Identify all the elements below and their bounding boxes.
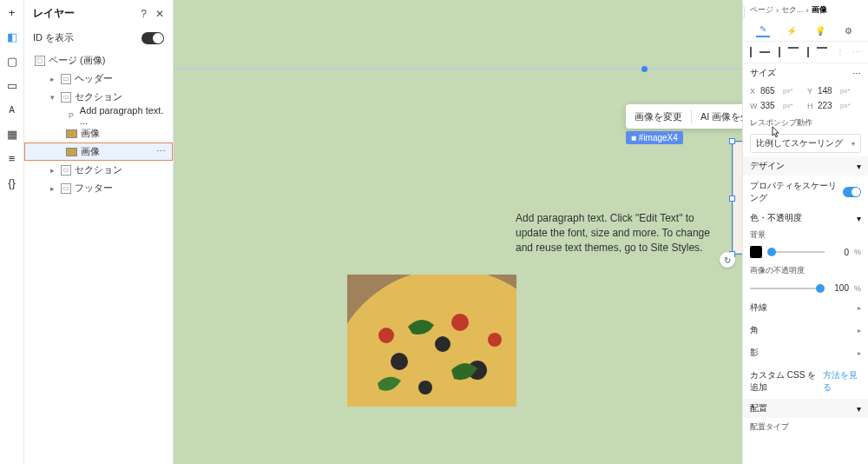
image-thumb-icon: [66, 129, 77, 138]
distribute-icon[interactable]: ⋮: [836, 47, 845, 57]
svg-point-11: [418, 381, 432, 394]
size-title: サイズ: [750, 67, 776, 79]
tree-root[interactable]: ▢ページ (画像): [24, 51, 173, 70]
align-controls: ⋮ ⋯: [743, 42, 868, 63]
align-left-icon[interactable]: [750, 47, 752, 57]
image-pizza[interactable]: [347, 275, 516, 407]
tree-image-2-selected[interactable]: 画像⋯: [24, 143, 173, 161]
svg-point-14: [488, 333, 502, 347]
align-top-icon[interactable]: [788, 47, 799, 49]
canvas[interactable]: 画像を変更 AI 画像を生成 ⚙ ↺ ◫ ⛶ 🔗 💬 ? ⋯ ■ #imageX…: [174, 0, 742, 464]
code-icon[interactable]: {}: [5, 176, 19, 189]
layers-title: レイヤー: [33, 6, 75, 21]
align-center-h-icon[interactable]: [760, 51, 770, 53]
scaling-toggle[interactable]: [843, 187, 861, 197]
page-icon[interactable]: ▢: [5, 54, 19, 68]
y-input[interactable]: 148: [818, 86, 837, 96]
layers-panel: レイヤー ? ✕ ID を表示 ▢ページ (画像) ▸▭ヘッダー ▾▭セクション…: [24, 0, 174, 464]
tree-section-1[interactable]: ▾▭セクション: [24, 88, 173, 106]
scaling-label: プロパティをスケーリング: [750, 180, 843, 204]
bg-opacity-slider[interactable]: 0%: [743, 242, 868, 262]
w-input[interactable]: 335: [760, 101, 779, 110]
svg-point-12: [378, 328, 394, 343]
opacity-title: 色・不透明度: [750, 212, 802, 224]
layer-tree: ▢ページ (画像) ▸▭ヘッダー ▾▭セクション PAdd paragraph …: [24, 48, 173, 201]
img-opacity-label: 画像の不透明度: [743, 262, 868, 280]
id-toggle[interactable]: [141, 32, 164, 44]
align-middle-icon[interactable]: [807, 47, 809, 57]
refresh-icon[interactable]: ↻: [720, 252, 735, 268]
svg-point-9: [435, 336, 450, 352]
svg-point-13: [451, 314, 469, 331]
img-opacity-slider[interactable]: 100%: [743, 280, 868, 296]
section-icon[interactable]: ▭: [5, 78, 19, 92]
selection-outline: [732, 141, 742, 255]
guide-line: [174, 69, 742, 70]
more-align-icon[interactable]: ⋯: [852, 47, 861, 57]
element-id-badge: ■ #imageX4: [626, 131, 683, 144]
text-icon[interactable]: A: [5, 103, 19, 116]
tree-footer[interactable]: ▸▭フッター: [24, 179, 173, 197]
tree-image-1[interactable]: 画像: [24, 124, 173, 143]
left-rail: + ◧ ▢ ▭ A ▦ ≡ {}: [0, 0, 24, 464]
svg-point-8: [391, 353, 408, 370]
responsive-dropdown[interactable]: 比例してスケーリング▾: [750, 134, 861, 153]
paragraph-text[interactable]: Add paragraph text. Click "Edit Text" to…: [516, 211, 713, 255]
layers-icon[interactable]: ◧: [5, 30, 19, 43]
add-icon[interactable]: +: [5, 5, 19, 19]
css-label: カスタム CSS を追加: [750, 369, 823, 394]
responsive-title: レスポンシブ動作: [743, 114, 868, 130]
resize-handle[interactable]: [729, 196, 735, 202]
placement-type-label: 配置タイプ: [743, 418, 868, 436]
corner-row[interactable]: 角▸: [743, 319, 868, 341]
placement-title: 配置: [750, 402, 767, 414]
interaction-tab-icon[interactable]: ⚡: [785, 23, 799, 37]
design-tab-icon[interactable]: ✎: [756, 23, 770, 37]
change-image-button[interactable]: 画像を変更: [631, 110, 686, 123]
idea-tab-icon[interactable]: 💡: [813, 23, 827, 37]
element-toolbar: 画像を変更 AI 画像を生成 ⚙ ↺ ◫ ⛶ 🔗 💬 ? ⋯: [626, 104, 742, 129]
shadow-row[interactable]: 影▸: [743, 341, 868, 364]
inspector-panel: › ページ› セク...› 画像 ✎ ⚡ 💡 ⚙ ⋮ ⋯ サイズ⋯ X865px…: [742, 0, 868, 464]
x-input[interactable]: 865: [760, 86, 779, 96]
id-toggle-label: ID を表示: [33, 31, 74, 44]
breadcrumb: ページ› セク...› 画像: [743, 0, 868, 20]
bg-color-swatch[interactable]: [750, 246, 762, 258]
grid-icon[interactable]: ▦: [5, 127, 19, 141]
guide-handle[interactable]: [641, 66, 648, 72]
border-row[interactable]: 枠線▸: [743, 296, 868, 319]
bg-label: 背景: [743, 228, 868, 242]
align-right-icon[interactable]: [779, 47, 780, 57]
crumb-current: 画像: [812, 4, 827, 16]
ai-image-button[interactable]: AI 画像を生成: [697, 110, 742, 123]
more-icon[interactable]: ⋯: [156, 146, 166, 157]
resize-handle[interactable]: [729, 138, 735, 144]
tree-section-2[interactable]: ▸▭セクション: [24, 161, 173, 179]
advanced-tab-icon[interactable]: ⚙: [842, 23, 856, 37]
align-bottom-icon[interactable]: [817, 47, 827, 49]
collapse-icon[interactable]: ›: [742, 5, 745, 19]
help-icon[interactable]: ?: [141, 8, 147, 20]
css-help-link[interactable]: 方法を見る: [823, 369, 861, 394]
h-input[interactable]: 223: [818, 101, 837, 110]
crumb-section[interactable]: セク...: [781, 4, 804, 16]
close-icon[interactable]: ✕: [155, 8, 164, 20]
design-title: デザイン: [750, 160, 785, 172]
inspector-tabs: ✎ ⚡ 💡 ⚙: [743, 20, 868, 42]
db-icon[interactable]: ≡: [5, 151, 19, 165]
tree-paragraph[interactable]: PAdd paragraph text. ...: [24, 106, 173, 124]
size-inputs: X865px* Y148px* W335px* H223px*: [743, 83, 868, 114]
image-thumb-icon: [66, 148, 77, 156]
chevron-down-icon[interactable]: ▾: [857, 162, 861, 171]
tree-header[interactable]: ▸▭ヘッダー: [24, 70, 173, 88]
size-more-icon[interactable]: ⋯: [852, 69, 861, 78]
crumb-page[interactable]: ページ: [750, 4, 773, 16]
